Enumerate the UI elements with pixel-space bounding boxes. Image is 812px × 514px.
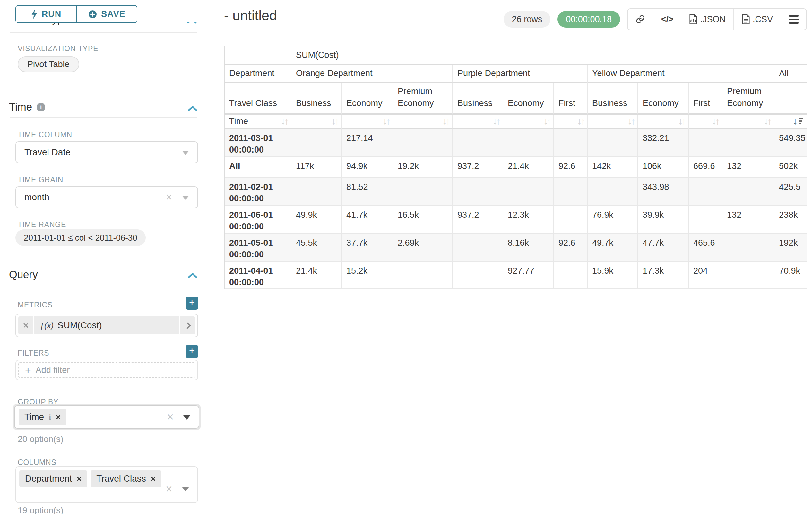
sort-icon[interactable]: ↓↑ [281, 115, 288, 128]
columns-chip-department[interactable]: Department [19, 470, 87, 487]
time-section-title: Time i [9, 101, 45, 113]
sort-icon[interactable]: ↓↑ [493, 115, 499, 128]
sort-icon[interactable]: ↓↑ [628, 115, 634, 128]
row-label: 2011-05-01 00:00:00 [225, 234, 291, 262]
value-cell [689, 178, 722, 206]
value-cell: 76.9k [588, 206, 638, 234]
sort-cell: ↓↑ [453, 115, 503, 129]
value-cell: 39.9k [638, 206, 689, 234]
sort-icon[interactable]: ↓↑ [383, 115, 389, 128]
sort-cell: ↓↑ [554, 115, 588, 129]
filters-control: + Add filter [16, 360, 198, 380]
section-divider [10, 32, 197, 33]
group-by-chip-time[interactable]: Time i [19, 409, 66, 425]
leaf-header: First [689, 83, 722, 115]
close-icon[interactable] [151, 477, 156, 481]
save-button[interactable]: SAVE [77, 6, 137, 23]
view-query-button[interactable]: </> [653, 9, 681, 30]
leaf-header: Business [291, 83, 342, 115]
sort-cell: ↓↑ [291, 115, 342, 129]
run-save-button-group: RUN SAVE [16, 5, 137, 23]
clear-icon[interactable]: × [166, 191, 172, 204]
value-cell: 21.4k [503, 157, 554, 178]
sort-icon[interactable]: ↓↑ [678, 115, 685, 128]
value-cell: 70.9k [775, 262, 807, 289]
value-cell [588, 178, 638, 206]
sort-descending-icon[interactable]: ↓ [793, 115, 804, 128]
clear-icon[interactable]: × [166, 483, 172, 495]
sort-icon[interactable]: ↓↑ [442, 115, 449, 128]
sort-icon[interactable]: ↓↑ [577, 115, 584, 128]
query-section-title: Query [9, 269, 38, 281]
time-range-label: TIME RANGE [18, 220, 66, 229]
add-metric-button[interactable]: + [185, 297, 198, 310]
chevron-right-icon [183, 322, 190, 329]
sort-icon[interactable]: ↓↑ [543, 115, 550, 128]
export-csv-button[interactable]: .CSV [733, 9, 781, 30]
time-grain-value: month [24, 187, 50, 208]
time-collapse-icon[interactable] [188, 105, 197, 111]
value-cell: 12.3k [503, 206, 554, 234]
clear-icon[interactable]: × [167, 410, 174, 424]
value-cell [722, 129, 775, 157]
add-filter-plus-button[interactable]: + [185, 345, 198, 358]
time-column-select[interactable]: Travel Date [16, 141, 198, 163]
columns-chips: Department Travel Class [19, 470, 162, 487]
travel-class-axis-label: Travel Class [225, 83, 291, 115]
value-cell [453, 178, 503, 206]
chevron-down-icon[interactable] [183, 415, 190, 420]
value-cell: 332.21 [638, 129, 689, 157]
value-cell: 132 [722, 157, 775, 178]
metric-chip[interactable]: ƒ(x) SUM(Cost) [34, 317, 179, 334]
run-button[interactable]: RUN [16, 6, 77, 23]
time-column-label: TIME COLUMN [18, 130, 72, 139]
add-filter-button[interactable]: + Add filter [18, 362, 196, 378]
chart-title[interactable]: - untitled [224, 8, 277, 23]
value-cell: 49.9k [291, 206, 342, 234]
code-icon: </> [661, 14, 673, 24]
value-cell: 41.7k [342, 206, 393, 234]
close-icon[interactable] [56, 415, 61, 420]
leaf-header: Business [453, 83, 503, 115]
query-collapse-icon[interactable] [188, 272, 197, 278]
pivot-table: SUM(Cost) Department Orange Department P… [224, 46, 807, 290]
add-filter-label: Add filter [36, 365, 70, 375]
columns-select[interactable]: Department Travel Class × [16, 466, 198, 503]
remove-metric-button[interactable] [18, 317, 33, 334]
value-cell: 2.69k [393, 234, 453, 262]
info-icon[interactable]: i [49, 413, 51, 422]
chip-label: Time [24, 412, 44, 422]
time-column-value: Travel Date [24, 142, 70, 163]
group-by-select[interactable]: Time i × [14, 405, 199, 429]
sort-icon[interactable]: ↓↑ [764, 115, 771, 128]
explore-page: Chart Type RUN SAVE VISUALIZATION TYPE P… [0, 0, 812, 514]
chevron-down-icon [182, 196, 189, 200]
value-cell [554, 129, 588, 157]
export-json-button[interactable]: .JSON [681, 9, 733, 30]
chart-area: - untitled 26 rows 00:00:00.18 </> [208, 0, 812, 514]
value-cell [554, 262, 588, 289]
columns-chip-travel-class[interactable]: Travel Class [90, 470, 162, 487]
row-label: 2011-02-01 00:00:00 [225, 178, 291, 206]
results-toolbar: 26 rows 00:00:00.18 </> .JSON [503, 8, 807, 30]
section-divider [10, 285, 197, 285]
more-options-button[interactable] [781, 9, 806, 30]
value-cell [453, 234, 503, 262]
viz-type-pill[interactable]: Pivot Table [18, 56, 79, 72]
metric-expand-button[interactable] [180, 317, 195, 334]
close-icon[interactable] [77, 477, 82, 481]
sort-cell-active: ↓ [775, 115, 807, 129]
copy-link-button[interactable] [628, 9, 653, 30]
value-cell: 927.77 [503, 262, 554, 289]
chevron-down-icon[interactable] [182, 487, 189, 491]
value-cell: 92.6 [554, 234, 588, 262]
sort-icon[interactable]: ↓↑ [331, 115, 338, 128]
sort-icon[interactable]: ↓↑ [712, 115, 719, 128]
value-cell: 238k [775, 206, 807, 234]
time-grain-select[interactable]: month × [16, 186, 198, 208]
value-cell: 132 [722, 206, 775, 234]
info-icon[interactable]: i [37, 103, 45, 111]
time-range-pill[interactable]: 2011-01-01 ≤ col < 2011-06-30 [16, 229, 146, 246]
leaf-header: Economy [503, 83, 554, 115]
value-cell [554, 178, 588, 206]
